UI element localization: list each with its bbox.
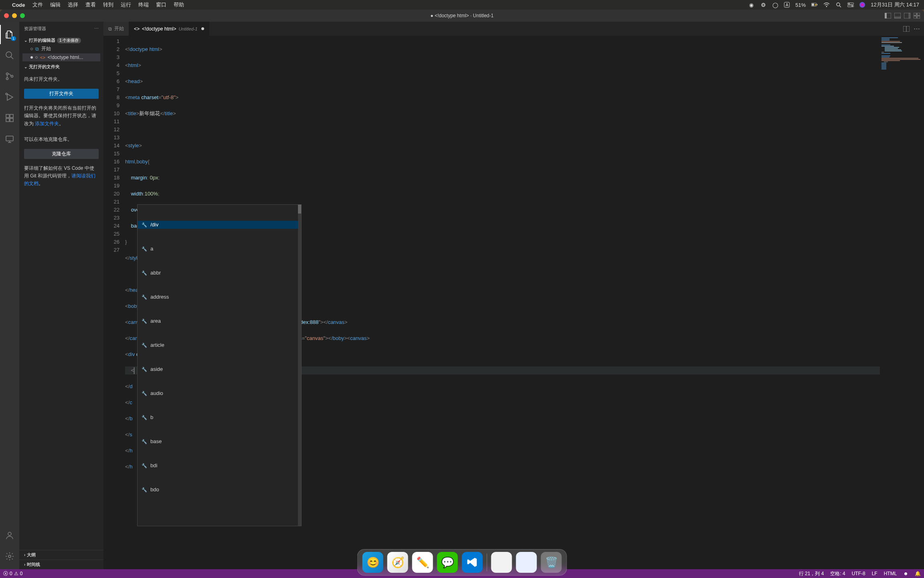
code-editor[interactable]: 1234567891011121314151617181920212223242… [103, 36, 924, 569]
siri-icon[interactable] [859, 2, 865, 8]
spotlight-icon[interactable] [835, 2, 842, 8]
suggest-item[interactable]: 🔧abbr [138, 269, 301, 277]
suggest-scroll-thumb[interactable] [298, 205, 301, 214]
maximize-window-button[interactable] [20, 13, 25, 18]
open-editors-header[interactable]: ⌄ 打开的编辑器 1 个未保存 [22, 37, 100, 44]
suggest-scrollbar[interactable] [298, 205, 301, 526]
suggest-item[interactable]: 🔧bdo [138, 486, 301, 494]
suggest-item[interactable]: 🔧article [138, 341, 301, 349]
menu-edit[interactable]: 编辑 [50, 1, 61, 8]
activity-remote[interactable] [0, 129, 19, 149]
svg-rect-29 [10, 118, 13, 122]
activity-account[interactable] [0, 526, 19, 545]
suggest-item[interactable]: 🔧bdi [138, 462, 301, 470]
activity-settings[interactable] [0, 547, 19, 566]
status-encoding[interactable]: UTF-8 [852, 570, 865, 577]
suggest-item[interactable]: 🔧address [138, 293, 301, 301]
menu-run[interactable]: 运行 [121, 1, 131, 8]
dock-wechat[interactable]: 💬 [437, 552, 458, 573]
open-editor-item-untitled[interactable]: <> <!doctype html... [22, 53, 100, 61]
tab-untitled[interactable]: <> <!doctype html> Untitled-1 [129, 22, 209, 36]
status-problems[interactable]: ⓧ0 ⚠0 [3, 570, 22, 577]
outline-section[interactable]: ›大纲 [19, 550, 103, 560]
dock-vscode[interactable] [462, 552, 483, 573]
layout-right-icon[interactable] [904, 13, 910, 18]
svg-rect-2 [817, 4, 817, 6]
activity-scm[interactable] [0, 67, 19, 86]
input-method-icon[interactable]: A [784, 2, 790, 8]
tab-welcome[interactable]: ⧉ 开始 [103, 22, 129, 36]
wrench-icon: 🔧 [142, 245, 147, 253]
suggest-item[interactable]: 🔧base [138, 438, 301, 446]
open-folder-button[interactable]: 打开文件夹 [24, 89, 99, 99]
status-bell-icon[interactable]: 🔔 [915, 570, 921, 577]
wrench-icon: 🔧 [142, 317, 147, 325]
control-center-icon[interactable] [847, 2, 854, 8]
git-docs-msg: 要详细了解如何在 VS Code 中使用 Git 和源代码管理，请阅读我们的文档… [19, 161, 103, 192]
activity-explorer[interactable]: 1 [0, 25, 19, 44]
status-feedback-icon[interactable]: ☻ [903, 570, 908, 577]
close-window-button[interactable] [4, 13, 9, 18]
activity-debug[interactable] [0, 88, 19, 107]
tab-more-icon[interactable]: ⋯ [914, 25, 920, 33]
split-editor-icon[interactable] [903, 26, 910, 32]
status-cursor[interactable]: 行 21，列 4 [799, 570, 824, 577]
open-editor-item-welcome[interactable]: ⧉ 开始 [22, 44, 100, 53]
suggest-item[interactable]: 🔧area [138, 317, 301, 325]
dock-minimized-window-1[interactable] [491, 552, 512, 573]
add-folder-link[interactable]: 添加文件夹 [35, 121, 59, 126]
menu-selection[interactable]: 选择 [68, 1, 78, 8]
svg-line-22 [11, 57, 13, 59]
layout-bottom-icon[interactable] [894, 13, 901, 18]
timeline-section[interactable]: ›时间线 [19, 560, 103, 569]
suggest-item[interactable]: 🔧b [138, 413, 301, 421]
explorer-badge: 1 [11, 36, 16, 41]
clone-repo-button[interactable]: 克隆仓库 [24, 149, 99, 159]
sidebar-more-icon[interactable]: ⋯ [94, 26, 99, 31]
menu-window[interactable]: 窗口 [156, 1, 166, 8]
activity-search[interactable] [0, 46, 19, 65]
dock-finder[interactable]: 😊 [363, 552, 383, 573]
suggest-item[interactable]: 🔧audio [138, 389, 301, 397]
editor-close-icon[interactable] [35, 56, 38, 59]
status-eol[interactable]: LF [872, 570, 877, 577]
suggest-item[interactable]: 🔧/div [138, 221, 301, 229]
dock-notes[interactable]: ✏️ [412, 552, 433, 573]
wrench-icon: 🔧 [142, 341, 147, 349]
menu-view[interactable]: 查看 [85, 1, 96, 8]
layout-left-icon[interactable] [885, 13, 891, 18]
wechat-status-icon[interactable]: ❂ [760, 2, 766, 8]
battery-text[interactable]: 51% [795, 2, 806, 8]
menu-go[interactable]: 转到 [103, 1, 113, 8]
dock-minimized-window-2[interactable] [516, 552, 537, 573]
app-name[interactable]: Code [12, 2, 25, 8]
editor-close-icon[interactable] [30, 48, 33, 50]
menu-terminal[interactable]: 终端 [138, 1, 149, 8]
status-spaces[interactable]: 空格: 4 [830, 570, 845, 577]
code-content[interactable]: <!doctype html> <html> <head> <meta char… [125, 36, 880, 569]
layout-grid-icon[interactable] [914, 13, 920, 18]
svg-rect-19 [914, 16, 916, 18]
dock-trash[interactable]: 🗑️ [541, 552, 562, 573]
vscode-file-icon: ⧉ [35, 46, 39, 52]
menu-help[interactable]: 帮助 [174, 1, 184, 8]
suggest-item[interactable]: 🔧a [138, 245, 301, 253]
menu-file[interactable]: 文件 [32, 1, 43, 8]
status-language[interactable]: HTML [884, 570, 897, 577]
unsaved-badge: 1 个未保存 [57, 38, 81, 43]
wrench-icon: 🔧 [142, 293, 147, 301]
user-icon[interactable]: ◯ [772, 2, 778, 8]
svg-rect-14 [894, 16, 901, 18]
wifi-icon[interactable] [823, 2, 830, 8]
dock-safari[interactable]: 🧭 [387, 552, 408, 573]
suggest-item[interactable]: 🔧aside [138, 365, 301, 373]
svg-point-23 [6, 73, 8, 75]
datetime[interactable]: 12月31日 周六 14:17 [871, 1, 919, 8]
record-icon[interactable]: ◉ [748, 2, 754, 8]
battery-icon[interactable]: ⚡ [811, 2, 818, 8]
no-folder-msg2: 打开文件夹将关闭所有当前打开的编辑器。要使其保持打开状态，请改为 添加文件夹。 [19, 100, 103, 132]
activity-extensions[interactable] [0, 108, 19, 128]
minimize-window-button[interactable] [12, 13, 17, 18]
no-folder-header[interactable]: ⌄ 无打开的文件夹 [22, 63, 100, 71]
minimap[interactable] [880, 36, 924, 569]
